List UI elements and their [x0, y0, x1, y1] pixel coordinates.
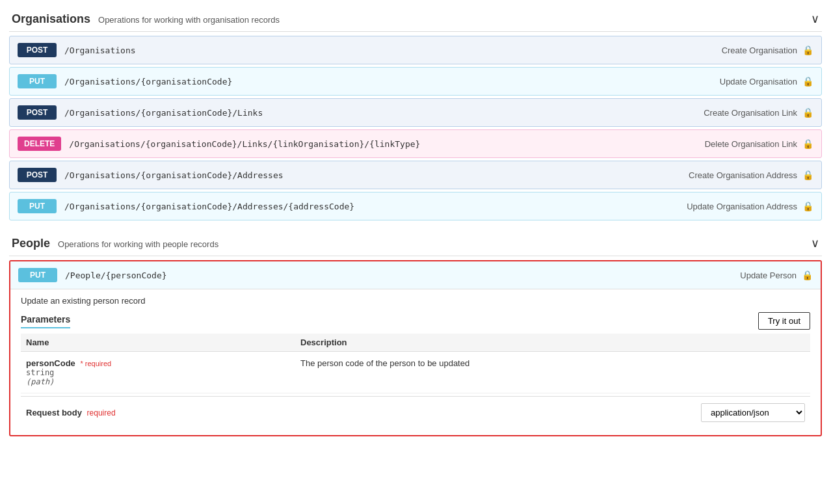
parameters-header: Parameters Try it out — [21, 312, 810, 330]
endpoint-label: Update Organisation Address — [687, 202, 797, 211]
endpoint-path: /Organisations/{organisationCode}/Links/… — [69, 139, 420, 149]
method-badge-put: PUT — [18, 74, 57, 88]
people-section-header: People Operations for working with peopl… — [9, 231, 822, 256]
method-badge-post: POST — [18, 43, 57, 57]
param-name-cell: personCode * required string (path) — [21, 352, 295, 393]
param-description-cell: The person code of the person to be upda… — [295, 352, 810, 393]
people-description: Operations for working with people recor… — [58, 239, 218, 249]
endpoint-label: Create Organisation Link — [704, 108, 797, 118]
request-body-label: Request body — [26, 408, 82, 418]
endpoint-label: Create Organisation Address — [689, 170, 797, 180]
lock-icon: 🔒 — [802, 201, 813, 211]
endpoint-delete-organisations-links[interactable]: DELETE /Organisations/{organisationCode}… — [9, 129, 822, 158]
endpoint-path: /Organisations/{organisationCode}/Links — [64, 108, 263, 118]
endpoint-post-organisations[interactable]: POST /Organisations Create Organisation … — [9, 36, 822, 64]
endpoint-label: Create Organisation — [722, 46, 797, 55]
page-container: Organisations Operations for working wit… — [0, 0, 831, 504]
people-section: People Operations for working with peopl… — [9, 231, 822, 436]
endpoint-path: /Organisations/{organisationCode} — [64, 77, 232, 86]
param-row-personcode: personCode * required string (path) The … — [21, 352, 810, 393]
endpoint-post-organisations-addresses[interactable]: POST /Organisations/{organisationCode}/A… — [9, 161, 822, 189]
organisations-description: Operations for working with organisation… — [98, 15, 280, 25]
organisations-section: Organisations Operations for working wit… — [9, 7, 822, 220]
lock-icon: 🔒 — [802, 139, 813, 149]
col-name-header: Name — [21, 334, 295, 352]
endpoint-label: Update Person — [740, 271, 797, 280]
endpoint-path: /People/{personCode} — [65, 271, 167, 280]
param-required-label: * required — [80, 360, 111, 367]
param-type: string — [26, 368, 290, 377]
people-collapse-icon[interactable]: ∨ — [811, 236, 819, 250]
request-body-row: Request body required application/json — [21, 396, 810, 429]
endpoint-put-organisations-code[interactable]: PUT /Organisations/{organisationCode} Up… — [9, 67, 822, 96]
content-type-select[interactable]: application/json — [701, 403, 805, 422]
panel-body: Update an existing person record Paramet… — [10, 289, 821, 435]
parameters-label: Parameters — [21, 314, 70, 328]
endpoint-path: /Organisations/{organisationCode}/Addres… — [64, 170, 284, 180]
endpoint-path: /Organisations/{organisationCode}/Addres… — [64, 202, 354, 211]
lock-icon: 🔒 — [802, 170, 813, 180]
method-badge-put: PUT — [18, 268, 57, 282]
endpoint-post-organisations-links[interactable]: POST /Organisations/{organisationCode}/L… — [9, 98, 822, 127]
endpoint-path: /Organisations — [64, 46, 136, 55]
endpoint-label: Update Organisation — [720, 77, 797, 86]
endpoint-put-people-personcode[interactable]: PUT /People/{personCode} Update Person 🔒 — [10, 261, 821, 289]
method-badge-delete: DELETE — [18, 137, 61, 151]
lock-icon: 🔒 — [802, 45, 813, 55]
people-title: People — [12, 237, 50, 250]
request-body-required-label: required — [87, 408, 116, 418]
organisations-title: Organisations — [12, 12, 90, 26]
endpoint-label: Delete Organisation Link — [705, 139, 797, 149]
endpoint-put-organisations-addresses-code[interactable]: PUT /Organisations/{organisationCode}/Ad… — [9, 192, 822, 220]
try-it-out-button[interactable]: Try it out — [758, 312, 810, 330]
organisations-collapse-icon[interactable]: ∨ — [811, 12, 819, 26]
param-name: personCode — [26, 358, 75, 368]
method-badge-post: POST — [18, 168, 57, 182]
expanded-endpoint-panel: PUT /People/{personCode} Update Person 🔒… — [9, 260, 822, 436]
param-location: (path) — [26, 377, 290, 386]
col-description-header: Description — [295, 334, 810, 352]
method-badge-post: POST — [18, 105, 57, 120]
lock-icon: 🔒 — [802, 76, 813, 86]
panel-description: Update an existing person record — [21, 296, 810, 306]
lock-icon: 🔒 — [802, 107, 813, 118]
method-badge-put: PUT — [18, 199, 57, 213]
parameters-table: Name Description personCode * required — [21, 334, 810, 393]
lock-icon: 🔒 — [802, 270, 813, 280]
organisations-section-header: Organisations Operations for working wit… — [9, 7, 822, 32]
